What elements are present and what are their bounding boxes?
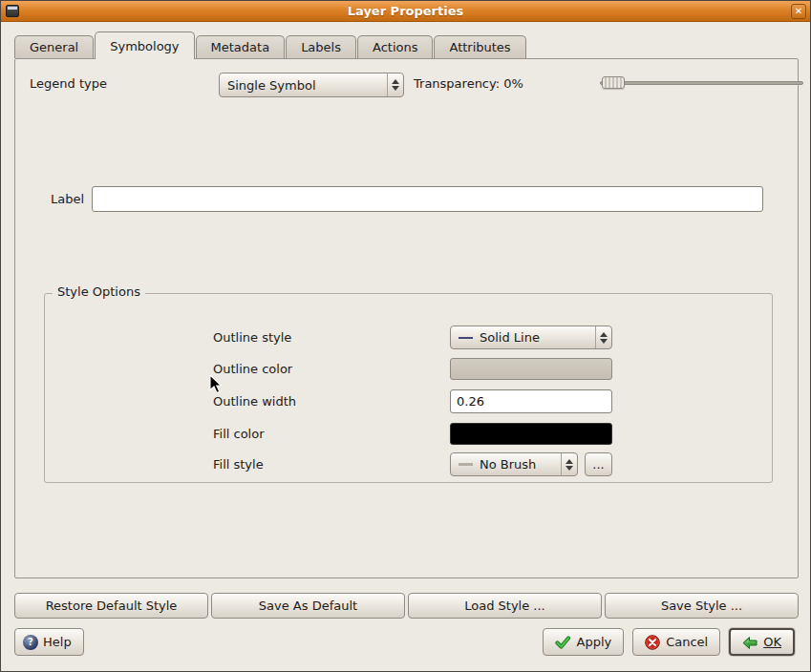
tab-labels[interactable]: Labels: [286, 35, 356, 58]
style-options-group-title: Style Options: [53, 284, 145, 299]
tab-symbology[interactable]: Symbology: [95, 32, 194, 59]
outline-width-input[interactable]: [451, 390, 612, 412]
help-button-label: Help: [43, 635, 72, 649]
apply-button[interactable]: Apply: [543, 628, 624, 656]
save-style-label: Save Style ...: [661, 598, 742, 613]
ok-button-label: OK: [763, 635, 781, 649]
tab-labels-label: Labels: [301, 40, 341, 54]
combo-arrows-icon: [561, 453, 577, 475]
legend-type-label: Legend type: [30, 76, 107, 91]
fill-style-browse-button[interactable]: ...: [585, 452, 612, 476]
label-input[interactable]: [92, 186, 763, 212]
transparency-slider-handle[interactable]: [602, 76, 625, 89]
cancel-button-label: Cancel: [666, 635, 708, 649]
save-as-default-button[interactable]: Save As Default: [211, 593, 405, 619]
layer-properties-window: Layer Properties ✕ General Symbology Met…: [0, 0, 811, 672]
restore-default-style-label: Restore Default Style: [46, 598, 178, 613]
help-button[interactable]: ? Help: [14, 628, 84, 656]
style-buttons-row: Restore Default Style Save As Default Lo…: [14, 593, 799, 619]
ok-button[interactable]: OK: [729, 628, 795, 656]
load-style-button[interactable]: Load Style ...: [408, 593, 602, 619]
tab-general-label: General: [30, 40, 78, 54]
cancel-x-icon: [645, 635, 660, 650]
tab-general[interactable]: General: [14, 35, 94, 58]
combo-arrows-icon: [387, 74, 403, 96]
solid-line-icon: [459, 337, 473, 339]
fill-color-button[interactable]: [450, 423, 612, 445]
outline-color-button[interactable]: [450, 358, 612, 380]
window-title: Layer Properties: [1, 4, 810, 18]
titlebar[interactable]: Layer Properties ✕: [1, 1, 810, 22]
footer-action-buttons: Apply Cancel OK: [543, 628, 795, 656]
outline-style-label: Outline style: [213, 330, 291, 345]
tab-bar: General Symbology Metadata Labels Action…: [14, 32, 527, 59]
transparency-slider[interactable]: [600, 75, 803, 90]
ok-arrow-icon: [742, 635, 758, 650]
tab-metadata[interactable]: Metadata: [196, 35, 286, 58]
browse-button-label: ...: [592, 457, 604, 472]
save-style-button[interactable]: Save Style ...: [605, 593, 799, 619]
label-field-label: Label: [51, 192, 84, 206]
no-brush-icon: [459, 463, 473, 466]
legend-type-combobox[interactable]: Single Symbol: [219, 73, 404, 97]
restore-default-style-button[interactable]: Restore Default Style: [14, 593, 208, 619]
tab-attributes[interactable]: Attributes: [434, 35, 525, 58]
outline-width-spinbox[interactable]: [450, 389, 612, 413]
tab-actions[interactable]: Actions: [357, 35, 434, 58]
fill-style-value: No Brush: [480, 457, 557, 472]
fill-style-label: Fill style: [213, 457, 264, 472]
cancel-button[interactable]: Cancel: [632, 628, 720, 656]
style-options-group: Style Options: [44, 293, 773, 483]
outline-color-label: Outline color: [213, 362, 292, 376]
save-as-default-label: Save As Default: [259, 598, 357, 613]
tab-metadata-label: Metadata: [211, 40, 270, 54]
combo-arrows-icon: [595, 326, 611, 348]
outline-style-value: Solid Line: [480, 330, 591, 345]
fill-style-combobox[interactable]: No Brush: [450, 452, 578, 476]
tab-symbology-label: Symbology: [110, 39, 179, 53]
fill-color-label: Fill color: [213, 427, 265, 441]
tab-attributes-label: Attributes: [449, 40, 510, 54]
apply-check-icon: [555, 635, 570, 650]
tab-actions-label: Actions: [373, 40, 418, 54]
help-icon: ?: [23, 635, 38, 650]
close-button[interactable]: ✕: [791, 4, 806, 19]
transparency-slider-track: [600, 81, 803, 85]
legend-type-value: Single Symbol: [227, 78, 383, 93]
load-style-label: Load Style ...: [464, 598, 545, 613]
transparency-label: Transparency: 0%: [414, 76, 523, 91]
apply-button-label: Apply: [576, 635, 611, 649]
outline-width-label: Outline width: [213, 394, 296, 409]
close-icon: ✕: [795, 6, 802, 16]
outline-style-combobox[interactable]: Solid Line: [450, 326, 612, 349]
